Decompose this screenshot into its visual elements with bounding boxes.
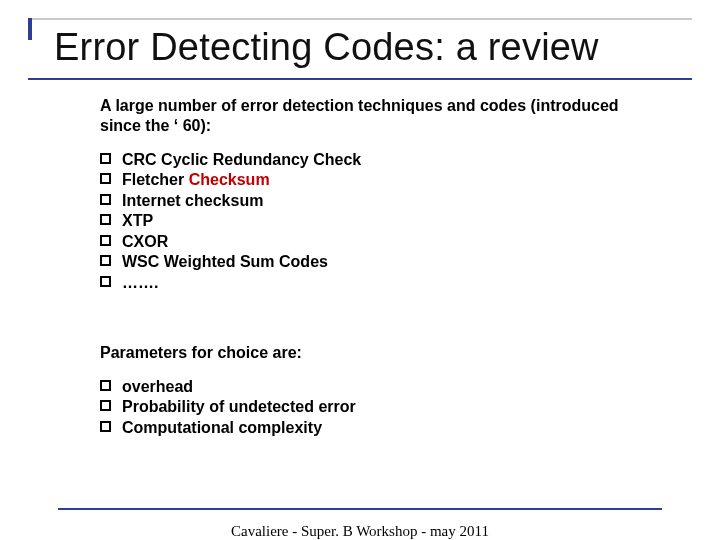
techniques-list: CRC Cyclic Redundancy Check Fletcher Che…: [100, 150, 650, 293]
item-text: XTP: [122, 212, 153, 229]
title-accent: [28, 18, 32, 40]
list-item: Internet checksum: [100, 191, 650, 211]
item-text: Probability of undetected error: [122, 398, 356, 415]
list-item: overhead: [100, 377, 650, 397]
item-text: …….: [122, 274, 158, 291]
item-text: Fletcher: [122, 171, 189, 188]
item-text: WSC Weighted Sum Codes: [122, 253, 328, 270]
list-item: CRC Cyclic Redundancy Check: [100, 150, 650, 170]
title-rule-bottom: [28, 78, 692, 80]
list-item: WSC Weighted Sum Codes: [100, 252, 650, 272]
list-item: CXOR: [100, 232, 650, 252]
params-heading: Parameters for choice are:: [100, 343, 650, 363]
item-text: CXOR: [122, 233, 168, 250]
list-item: …….: [100, 273, 650, 293]
list-item: Computational complexity: [100, 418, 650, 438]
title-block: Error Detecting Codes: a review: [28, 18, 692, 80]
bottom-rule: [58, 508, 662, 510]
list-item: Probability of undetected error: [100, 397, 650, 417]
intro-paragraph: A large number of error detection techni…: [100, 96, 650, 136]
footer-text: Cavaliere - Super. B Workshop - may 2011: [0, 523, 720, 540]
item-highlight: Checksum: [189, 171, 270, 188]
slide-body: A large number of error detection techni…: [100, 96, 650, 439]
spacer: [100, 311, 650, 343]
title-rule-top: [28, 18, 692, 20]
item-text: overhead: [122, 378, 193, 395]
list-item: XTP: [100, 211, 650, 231]
item-text: Computational complexity: [122, 419, 322, 436]
params-list: overhead Probability of undetected error…: [100, 377, 650, 438]
list-item: Fletcher Checksum: [100, 170, 650, 190]
item-text: Internet checksum: [122, 192, 263, 209]
item-text: CRC Cyclic Redundancy Check: [122, 151, 361, 168]
slide-title: Error Detecting Codes: a review: [28, 18, 692, 76]
slide: Error Detecting Codes: a review A large …: [0, 18, 720, 540]
